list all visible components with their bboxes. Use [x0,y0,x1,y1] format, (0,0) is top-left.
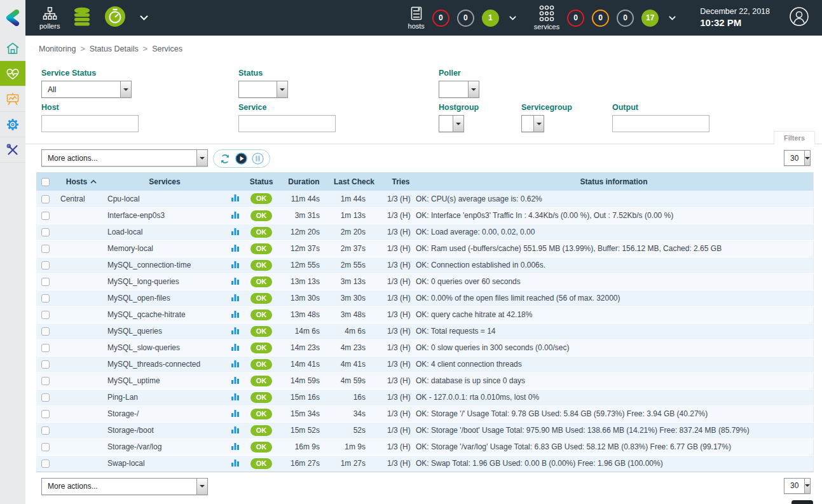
service-name[interactable]: MySQL_threads-connected [102,356,227,372]
graph-icon[interactable] [231,458,240,467]
host-name[interactable] [54,257,102,273]
host-name[interactable] [54,372,102,389]
host-name[interactable] [54,207,102,224]
service-name[interactable]: Memory-local [102,240,227,257]
row-checkbox[interactable] [41,245,50,253]
play-button[interactable] [235,153,247,165]
services-warning-count[interactable]: 0 [592,10,609,27]
hosts-menu[interactable]: hosts [408,6,425,30]
service-status-select[interactable]: All [41,81,132,98]
sidebar-item-monitoring[interactable] [0,61,25,86]
service-name[interactable]: Interface-enp0s3 [102,207,227,224]
hosts-unknown-count[interactable]: 0 [457,10,474,27]
graph-icon[interactable] [231,210,240,219]
hosts-dropdown-toggle[interactable] [509,16,516,20]
services-dropdown-toggle[interactable] [669,16,676,20]
select-all-checkbox[interactable] [41,178,50,186]
graph-icon[interactable] [231,227,240,236]
graph-icon[interactable] [231,343,240,351]
service-name[interactable]: MySQL_connection-time [102,257,227,273]
service-name[interactable]: Storage-/ [102,405,227,422]
services-ok-count[interactable]: 17 [641,10,659,27]
row-checkbox[interactable] [41,327,50,336]
service-name[interactable]: Swap-local [102,455,227,472]
graph-icon[interactable] [231,276,240,285]
row-checkbox[interactable] [41,228,50,236]
row-checkbox[interactable] [41,426,50,435]
centreon-logo[interactable] [0,0,25,36]
breadcrumb-status-details[interactable]: Status Details [90,44,139,53]
graph-icon[interactable] [231,260,240,269]
row-checkbox[interactable] [41,443,50,451]
row-checkbox[interactable] [41,311,50,319]
column-header-tries[interactable]: Tries [380,172,414,191]
graph-icon[interactable] [231,310,240,318]
poller-database-status[interactable] [71,6,93,30]
services-menu[interactable]: services [534,5,559,31]
pollers-dropdown-toggle[interactable] [140,15,148,20]
hosts-critical-count[interactable]: 0 [432,10,449,27]
service-name[interactable]: MySQL_qcache-hitrate [102,306,227,323]
host-name[interactable] [54,273,102,290]
host-name[interactable] [54,356,102,372]
host-name[interactable] [54,290,102,306]
sidebar-item-administration[interactable] [0,137,25,163]
column-header-hosts[interactable]: Hosts [54,172,102,191]
more-actions-select-top[interactable]: More actions... [41,149,208,167]
sidebar-item-reporting[interactable] [0,86,25,112]
row-checkbox[interactable] [41,393,50,402]
service-name[interactable]: MySQL_queries [102,323,227,339]
graph-icon[interactable] [231,442,240,451]
pause-button[interactable] [252,153,264,165]
row-checkbox[interactable] [41,344,50,352]
column-header-status[interactable]: Status [243,172,279,191]
page-size-select-top[interactable]: 30 [784,150,811,166]
column-header-status-information[interactable]: Status information [414,172,814,191]
graph-icon[interactable] [231,293,240,302]
graph-icon[interactable] [231,193,240,202]
service-name[interactable]: Cpu-local [102,191,227,207]
service-name[interactable]: Load-local [102,224,227,240]
graph-icon[interactable] [231,409,240,418]
sidebar-item-configuration[interactable] [0,112,25,137]
page-size-select-bottom[interactable]: 30 [784,478,811,494]
status-select[interactable] [238,81,288,98]
host-name[interactable] [54,422,102,439]
host-name[interactable] [54,240,102,257]
row-checkbox[interactable] [41,377,50,385]
refresh-button[interactable] [219,153,231,165]
column-header-last-check[interactable]: Last Check [329,172,380,191]
row-checkbox[interactable] [41,195,50,203]
graph-icon[interactable] [231,425,240,434]
breadcrumb-services[interactable]: Services [152,44,182,53]
host-input[interactable] [41,115,139,132]
pollers-menu[interactable]: pollers [39,6,60,30]
services-critical-count[interactable]: 0 [567,10,584,27]
graph-icon[interactable] [231,243,240,252]
services-unknown-count[interactable]: 0 [617,10,634,27]
poller-latency-status[interactable] [104,6,126,30]
row-checkbox[interactable] [41,410,50,418]
output-input[interactable] [612,115,709,132]
hostgroup-select[interactable] [439,115,464,132]
service-name[interactable]: Ping-Lan [102,389,227,405]
host-name[interactable] [54,339,102,356]
host-name[interactable]: Central [54,191,102,207]
host-name[interactable] [54,323,102,339]
service-name[interactable]: MySQL_long-queries [102,273,227,290]
column-header-services[interactable]: Services [102,172,227,191]
host-name[interactable] [54,455,102,472]
graph-icon[interactable] [231,359,240,368]
scroll-top-widget[interactable] [791,500,813,504]
graph-icon[interactable] [231,376,240,385]
column-header-duration[interactable]: Duration [279,172,329,191]
row-checkbox[interactable] [41,360,50,369]
hosts-up-count[interactable]: 1 [482,10,499,27]
row-checkbox[interactable] [41,212,50,220]
graph-icon[interactable] [231,392,240,401]
service-name[interactable]: MySQL_open-files [102,290,227,306]
sidebar-item-home[interactable] [0,36,25,61]
breadcrumb-monitoring[interactable]: Monitoring [39,44,76,53]
graph-icon[interactable] [231,326,240,335]
host-name[interactable] [54,405,102,422]
